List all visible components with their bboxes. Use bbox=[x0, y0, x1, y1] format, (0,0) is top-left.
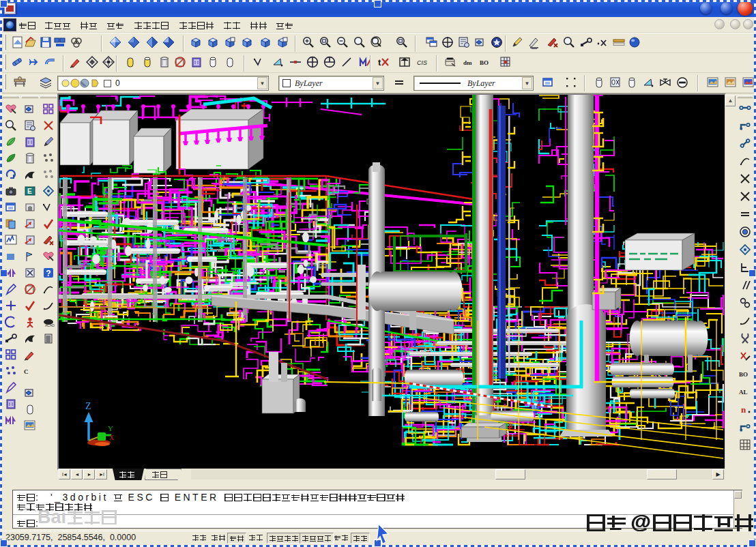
svg-text:BO: BO bbox=[739, 371, 748, 378]
svg-text:AL: AL bbox=[739, 389, 748, 396]
svg-text:BO: BO bbox=[480, 59, 489, 66]
svg-text:?: ? bbox=[46, 269, 50, 278]
svg-text:Y: Y bbox=[108, 424, 113, 432]
svg-text:dm: dm bbox=[463, 59, 472, 66]
svg-text:Z: Z bbox=[85, 401, 91, 411]
svg-text:CIS: CIS bbox=[417, 59, 427, 66]
svg-text:X: X bbox=[109, 434, 115, 441]
svg-text:C: C bbox=[24, 368, 29, 375]
svg-text:n: n bbox=[741, 404, 746, 415]
svg-text:ACAD: ACAD bbox=[45, 323, 55, 327]
svg-text:E: E bbox=[27, 188, 32, 195]
svg-text:t: t bbox=[378, 57, 381, 68]
